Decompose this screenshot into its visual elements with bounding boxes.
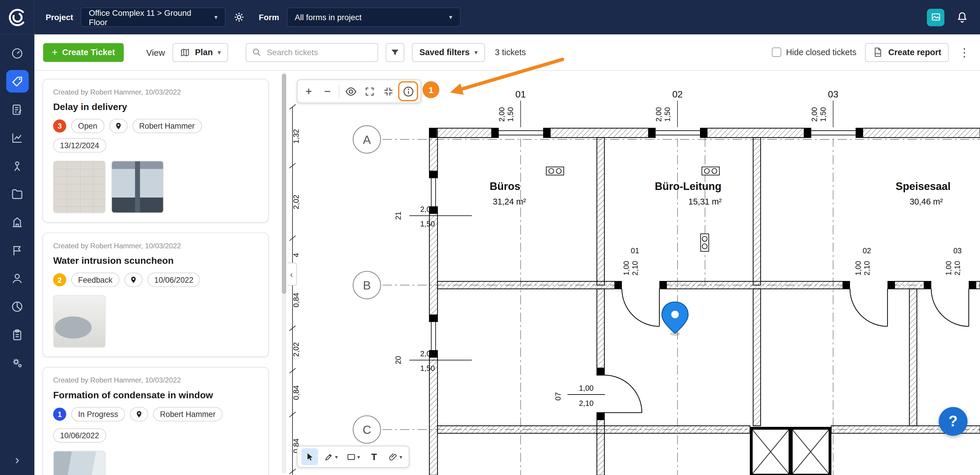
rectangle-icon [346, 452, 356, 462]
fit-to-screen-button[interactable] [379, 83, 397, 100]
hide-closed-toggle[interactable]: Hide closed tickets [772, 48, 856, 57]
plan-view-switch-button[interactable] [927, 8, 944, 26]
date-pill[interactable]: 10/06/2022 [53, 428, 106, 443]
fullscreen-button[interactable] [361, 83, 378, 100]
action-toolbar: + Create Ticket View Plan ▾ Saved filter… [34, 34, 980, 71]
pen-tool-button[interactable]: ▾ [321, 448, 340, 465]
svg-text:02: 02 [672, 89, 683, 99]
zoom-out-button[interactable]: − [319, 83, 336, 100]
select-tool-button[interactable] [301, 448, 318, 465]
chevron-down-icon[interactable]: ▾ [357, 454, 360, 460]
ticket-card[interactable]: Created by Robert Hammer, 10/03/2022 For… [43, 367, 269, 475]
assignee-pill[interactable]: Robert Hammer [132, 119, 202, 133]
sidebar-item-analytics[interactable] [6, 295, 28, 317]
collapse-panel-button[interactable]: ‹ [286, 263, 297, 285]
funnel-icon [390, 47, 400, 57]
divider [339, 85, 339, 97]
shape-tool-button[interactable]: ▾ [344, 448, 363, 465]
location-pill[interactable] [124, 273, 142, 287]
sidebar-item-company[interactable] [6, 210, 28, 233]
sidebar-item-settings[interactable] [6, 351, 28, 374]
svg-text:2,00: 2,00 [420, 205, 435, 213]
ticket-photo[interactable] [111, 161, 164, 213]
status-pill[interactable]: Open [71, 119, 104, 133]
fit-screen-icon [383, 86, 393, 97]
filter-button[interactable] [386, 43, 404, 62]
form-selector-value: All forms in project [295, 13, 362, 22]
date-pill[interactable]: 10/06/2022 [148, 273, 200, 287]
svg-text:1,50: 1,50 [420, 220, 435, 228]
ticket-photo[interactable] [53, 451, 106, 475]
tag-icon [11, 75, 24, 88]
project-settings-button[interactable] [233, 11, 245, 23]
view-mode-value: Plan [195, 48, 213, 57]
chevron-right-icon: › [15, 452, 19, 467]
bell-icon [956, 11, 969, 24]
project-selector[interactable]: Office Complex 11 > Ground Floor ▾ [81, 8, 226, 27]
assignee-pill[interactable]: Robert Hammer [153, 407, 223, 421]
scrollbar-thumb[interactable] [282, 74, 286, 294]
ticket-photo[interactable] [53, 295, 106, 347]
location-pill[interactable] [130, 407, 148, 421]
ticket-photo[interactable] [53, 161, 106, 213]
ticket-pin[interactable] [662, 302, 688, 336]
date-pill[interactable]: 13/12/2024 [53, 138, 106, 153]
plan-grid-col-labels: 01 02 03 [515, 89, 838, 99]
sidebar-item-tickets[interactable] [6, 70, 28, 92]
floor-plan[interactable]: 1,32 2,02 4 0,84 2,02 0,84 0,84 [288, 71, 980, 475]
chevron-down-icon[interactable]: ▾ [399, 454, 402, 460]
ticket-count: 3 tickets [495, 48, 526, 57]
visibility-button[interactable] [342, 83, 360, 100]
svg-text:0,84: 0,84 [292, 386, 300, 400]
sidebar-expand-button[interactable]: › [6, 450, 28, 469]
svg-text:03: 03 [828, 89, 838, 99]
text-tool-button[interactable]: T [366, 448, 383, 465]
ticket-card[interactable]: Created by Robert Hammer, 10/03/2022 Del… [43, 79, 269, 223]
svg-text:2,10: 2,10 [953, 261, 961, 276]
sidebar-item-survey[interactable] [6, 155, 28, 177]
sidebar-item-statistics[interactable] [6, 126, 28, 149]
form-selector[interactable]: All forms in project ▾ [287, 8, 461, 27]
chevron-down-icon: ▾ [215, 14, 218, 21]
svg-text:1,00: 1,00 [622, 261, 630, 276]
sidebar-item-forms[interactable] [6, 98, 28, 121]
create-report-button[interactable]: PDF Create report [865, 43, 949, 62]
attachment-tool-button[interactable]: ▾ [386, 448, 404, 465]
text-tool-glyph: T [371, 451, 377, 462]
chevron-down-icon[interactable]: ▾ [335, 454, 338, 460]
pen-icon [324, 452, 334, 462]
more-options-button[interactable]: ⋮ [958, 45, 971, 59]
sidebar-item-flags[interactable] [6, 239, 28, 261]
help-button[interactable]: ? [939, 407, 968, 436]
ticket-created: Created by Robert Hammer, 10/03/2022 [53, 242, 258, 249]
plan-info-button[interactable] [398, 81, 418, 102]
ticket-card[interactable]: Created by Robert Hammer, 10/03/2022 Wat… [43, 233, 269, 357]
plan-window-dims: 2,00 1,50 2,00 1,50 2,00 1,50 [498, 107, 827, 122]
sidebar-item-tasks[interactable] [6, 323, 28, 346]
sidebar-item-dashboard[interactable] [6, 42, 28, 64]
logo-icon [7, 7, 28, 28]
pie-chart-icon [11, 300, 24, 313]
svg-text:30,46 m²: 30,46 m² [910, 197, 943, 206]
search-input[interactable] [266, 47, 372, 57]
svg-text:01: 01 [515, 89, 526, 99]
plan-grid-row-markers: A B C [353, 126, 381, 443]
gear-icon [233, 11, 245, 23]
status-pill[interactable]: In Progress [71, 407, 125, 421]
saved-filters-label: Saved filters [419, 48, 469, 57]
saved-filters-dropdown[interactable]: Saved filters ▾ [412, 43, 485, 62]
sidebar-item-contacts[interactable] [6, 267, 28, 289]
svg-text:0,84: 0,84 [292, 293, 300, 308]
status-pill[interactable]: Feedback [71, 273, 119, 287]
create-ticket-button[interactable]: + Create Ticket [43, 43, 124, 62]
view-mode-dropdown[interactable]: Plan ▾ [172, 43, 228, 62]
svg-text:15,31 m²: 15,31 m² [688, 197, 722, 206]
hide-closed-checkbox[interactable] [772, 48, 781, 57]
notifications-button[interactable] [956, 11, 969, 24]
svg-text:1,32: 1,32 [292, 129, 300, 143]
zoom-in-button[interactable]: + [300, 83, 318, 100]
location-pill[interactable] [109, 119, 127, 133]
app-logo[interactable] [0, 0, 34, 34]
plan-viewer: 1,32 2,02 4 0,84 2,02 0,84 0,84 [288, 71, 980, 475]
sidebar-item-documents[interactable] [6, 183, 28, 205]
